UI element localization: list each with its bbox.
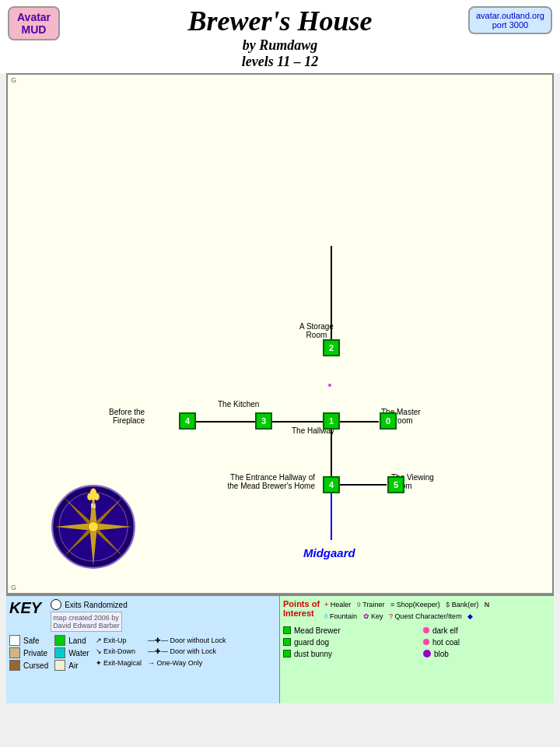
line-4b-to-5 xyxy=(340,484,387,486)
exits-randomized-label: Exits Randomized xyxy=(65,601,128,609)
guard-dog-label: guard dog xyxy=(294,638,329,647)
map-area: G G A StorageRoom 2 The Kitchen 3 Before… xyxy=(6,73,554,594)
land-label: Land xyxy=(68,637,86,645)
key-land: Land xyxy=(54,635,89,646)
line-1-to-0 xyxy=(340,421,379,423)
private-swatch xyxy=(9,647,20,658)
exit-up-legend: ↗ Exit-Up xyxy=(96,635,142,646)
node-4b-label: The Entrance Hallway ofthe Mead Brewer's… xyxy=(187,473,315,490)
server-badge: avatar.outland.org port 3000 xyxy=(468,6,552,34)
node-0: 0 xyxy=(380,412,397,430)
poi-healer: + Healer 9 Trainer ≡ Shop(Keeper) $ Bank… xyxy=(324,599,489,611)
map-credit: map created 2006 byDavid Edward Barber xyxy=(51,612,122,632)
key-exits-randomized: Exits Randomized xyxy=(51,599,128,610)
air-label: Air xyxy=(68,661,78,670)
mob-guard-dog: guard dog xyxy=(283,638,411,647)
page-subtitle-author: by Rumdawg xyxy=(0,37,560,54)
door-no-lock-legend: —✚— Door without Lock xyxy=(148,635,226,646)
exit-magical-legend: ✦ Exit-Magical xyxy=(96,658,142,668)
node-1: 1 xyxy=(323,412,340,430)
hot-coal-icon xyxy=(423,639,429,645)
hot-coal-label: hot coal xyxy=(432,638,460,647)
mob-dark-elf: dark elf xyxy=(423,626,551,635)
mob-mead-brewer: Mead Brewer xyxy=(283,626,411,635)
dot-connector-purple xyxy=(328,384,331,387)
poi-fountain: ◊ Fountain ✿ Key ? Quest Character/Item … xyxy=(324,611,489,622)
mob-dust-bunny: dust bunny xyxy=(283,650,411,658)
mob-blob: blob xyxy=(423,650,551,658)
dark-elf-icon xyxy=(423,627,429,633)
dust-bunny-icon xyxy=(283,650,291,658)
key-safe: Safe xyxy=(9,635,48,646)
key-title: KEY xyxy=(9,599,41,617)
private-label: Private xyxy=(23,649,47,658)
key-cursed: Cursed xyxy=(9,660,48,671)
midgaard-label: Midgaard xyxy=(303,546,355,559)
svg-point-12 xyxy=(87,493,93,500)
line-4b-to-midgaard xyxy=(331,493,332,540)
node-4-label: Before theFireplace xyxy=(109,408,145,425)
land-swatch xyxy=(54,635,65,646)
page-header: Avatar MUD Brewer's House by Rumdawg lev… xyxy=(0,0,560,73)
avatar-mud-badge: Avatar MUD xyxy=(8,6,60,40)
node-4: 4 xyxy=(179,412,196,430)
node-5: 5 xyxy=(387,476,404,493)
cursed-swatch xyxy=(9,660,20,671)
points-of-interest: Points ofInterest + Healer 9 Trainer ≡ S… xyxy=(280,596,554,703)
line-1-to-4b-v xyxy=(331,430,332,476)
poi-title: Points ofInterest xyxy=(283,599,320,618)
water-label: Water xyxy=(68,649,89,658)
legend-section: KEY Exits Randomized map created 2006 by… xyxy=(6,594,554,703)
one-way-legend: → One-Way Only xyxy=(148,658,226,668)
node-3-label: The Kitchen xyxy=(218,400,259,409)
corner-mark-tl: G xyxy=(11,76,16,84)
safe-swatch xyxy=(9,635,20,646)
svg-point-10 xyxy=(88,521,98,531)
water-swatch xyxy=(54,647,65,658)
node-3: 3 xyxy=(255,412,272,430)
page-subtitle-levels: levels 11 – 12 xyxy=(0,54,560,70)
exits-randomized-icon xyxy=(51,599,61,610)
blob-label: blob xyxy=(434,650,449,658)
dust-bunny-label: dust bunny xyxy=(294,650,332,658)
compass-rose: N xyxy=(51,484,136,570)
node-4b: 4 xyxy=(323,476,340,493)
safe-label: Safe xyxy=(23,637,40,645)
svg-point-13 xyxy=(94,493,100,500)
guard-dog-icon xyxy=(283,638,291,646)
node-2-label: A StorageRoom xyxy=(299,322,334,339)
corner-mark-bl: G xyxy=(11,584,16,591)
key-water: Water xyxy=(54,647,89,658)
node-2: 2 xyxy=(323,339,340,356)
blob-icon xyxy=(423,650,431,658)
svg-text:N: N xyxy=(91,502,96,510)
key-legend: KEY Exits Randomized map created 2006 by… xyxy=(6,596,280,703)
key-air: Air xyxy=(54,660,89,671)
exit-down-legend: ↘ Exit-Down xyxy=(96,646,142,657)
cursed-label: Cursed xyxy=(23,661,48,670)
mob-hot-coal: hot coal xyxy=(423,638,551,647)
dark-elf-label: dark elf xyxy=(432,626,458,635)
air-swatch xyxy=(54,660,65,671)
mead-brewer-label: Mead Brewer xyxy=(294,626,340,635)
door-with-lock-legend: —✚— Door with Lock xyxy=(148,646,226,657)
mead-brewer-icon xyxy=(283,626,291,634)
key-private: Private xyxy=(9,647,48,658)
